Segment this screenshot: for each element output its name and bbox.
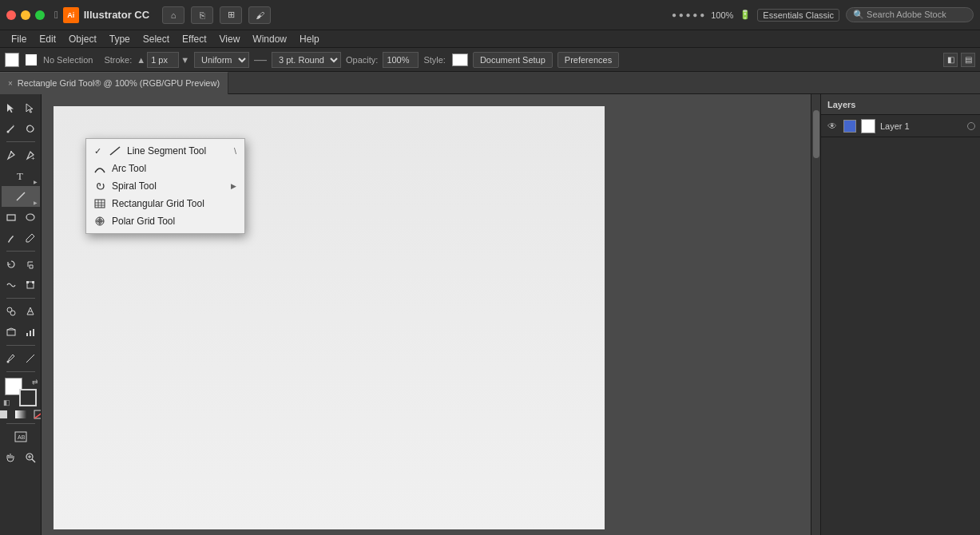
system-status-icons: ● ● ● ● ●	[672, 10, 704, 19]
home-icon-btn[interactable]: ⌂	[162, 6, 184, 24]
rectangle-tool-btn[interactable]	[2, 207, 21, 228]
line-tool-arrow: ▶	[34, 200, 38, 205]
live-paint-btn[interactable]	[21, 301, 40, 322]
dropdown-item-rect-grid[interactable]: Rectangular Grid Tool	[86, 195, 244, 212]
tab-close-btn[interactable]: ×	[8, 79, 13, 88]
selection-tool-btn[interactable]	[2, 97, 21, 118]
pt-round-select[interactable]: 3 pt. Round	[272, 52, 341, 68]
arrange-btn[interactable]: ⊞	[220, 6, 242, 24]
line-segment-tool-btn[interactable]: ▶	[2, 186, 40, 207]
cloud-sync-btn[interactable]: ⎘	[191, 6, 213, 24]
arrange-right-btn[interactable]: ▤	[961, 53, 975, 67]
canvas-area[interactable]: Line Segment Tool \ Arc Tool Spiral Tool…	[42, 94, 820, 535]
add-anchor-btn[interactable]: +	[21, 145, 40, 165]
layers-panel-header: Layers	[821, 94, 980, 115]
lasso-tool-btn[interactable]	[21, 118, 40, 139]
svg-rect-33	[95, 200, 105, 208]
stroke-up-btn[interactable]: ▲	[137, 55, 145, 65]
system-apple-icon[interactable]: 	[54, 9, 58, 21]
dropdown-item-spiral[interactable]: Spiral Tool ▶	[86, 177, 244, 195]
perspective-row	[2, 322, 40, 343]
eyedropper-btn[interactable]	[2, 348, 21, 369]
rotate-btn[interactable]	[2, 254, 21, 275]
menu-view[interactable]: View	[213, 30, 247, 48]
shape-builder-btn[interactable]	[2, 301, 21, 322]
swap-colors-icon[interactable]: ⇄	[32, 378, 38, 386]
special-tools-row	[2, 301, 40, 322]
data-chart-btn[interactable]	[21, 322, 40, 343]
stroke-swatch[interactable]	[19, 389, 37, 406]
menu-type[interactable]: Type	[103, 30, 137, 48]
menu-help[interactable]: Help	[293, 30, 326, 48]
minimize-window-button[interactable]	[21, 10, 30, 20]
menu-edit[interactable]: Edit	[33, 30, 62, 48]
free-transform-btn[interactable]	[21, 275, 40, 295]
search-bar[interactable]: 🔍 Search Adobe Stock	[846, 7, 974, 22]
maximize-window-button[interactable]	[35, 10, 45, 20]
measure-btn[interactable]	[21, 348, 40, 369]
scrollbar-thumb[interactable]	[813, 110, 819, 158]
left-toolbar: + T ▶ ▶	[0, 94, 42, 535]
svg-text:T: T	[17, 170, 23, 181]
battery-icon: 🔋	[740, 10, 751, 20]
dropdown-item-line-segment[interactable]: Line Segment Tool \	[86, 142, 244, 160]
document-setup-btn[interactable]: Document Setup	[473, 52, 553, 68]
artboard-tool-btn[interactable]: AB	[2, 426, 40, 447]
dropdown-item-polar-grid[interactable]: Polar Grid Tool	[86, 212, 244, 230]
none-btn[interactable]	[31, 408, 42, 421]
layer-visibility-btn[interactable]: 👁	[826, 120, 839, 133]
preferences-btn[interactable]: Preferences	[557, 52, 619, 68]
stroke-style-select[interactable]: Uniform	[194, 52, 249, 68]
tool-dropdown-menu: Line Segment Tool \ Arc Tool Spiral Tool…	[85, 138, 245, 234]
default-colors-icon[interactable]: ◧	[3, 398, 10, 406]
hand-tool-btn[interactable]	[2, 447, 21, 468]
menu-window[interactable]: Window	[246, 30, 293, 48]
arrange-left-btn[interactable]: ◧	[943, 53, 958, 67]
menu-object[interactable]: Object	[62, 30, 103, 48]
magic-wand-btn[interactable]	[2, 118, 21, 139]
menu-effect[interactable]: Effect	[176, 30, 212, 48]
svg-rect-10	[32, 281, 34, 283]
shape-tools-row	[2, 207, 40, 228]
zoom-tool-btn[interactable]	[21, 447, 40, 468]
dropdown-item-arc[interactable]: Arc Tool	[86, 160, 244, 177]
brush-btn[interactable]: 🖌	[248, 6, 271, 24]
vertical-scrollbar[interactable]	[811, 94, 820, 535]
scale-btn[interactable]	[21, 254, 40, 275]
menu-select[interactable]: Select	[137, 30, 176, 48]
paintbrush-btn[interactable]	[2, 228, 21, 248]
color-tools: ⇄ ◧	[2, 378, 40, 406]
solid-color-btn[interactable]	[0, 408, 10, 421]
stroke-color-swatch[interactable]	[24, 53, 38, 67]
fill-color-swatch[interactable]	[5, 53, 19, 67]
tab-title: Rectangle Grid Tool® @ 100% (RGB/GPU Pre…	[18, 78, 220, 88]
stroke-down-btn[interactable]: ▼	[181, 55, 189, 65]
layer-name[interactable]: Layer 1	[880, 121, 962, 131]
perspective-grid-btn[interactable]	[2, 322, 21, 343]
toolbar-separator-1	[6, 141, 35, 142]
close-window-button[interactable]	[6, 10, 16, 20]
workspace-label[interactable]: Essentials Classic	[757, 9, 839, 22]
svg-line-25	[34, 410, 42, 418]
type-tool-btn[interactable]: T ▶	[2, 165, 40, 186]
svg-rect-26	[15, 432, 26, 442]
pen-tool-btn[interactable]	[2, 145, 21, 165]
document-tab[interactable]: × Rectangle Grid Tool® @ 100% (RGB/GPU P…	[0, 72, 228, 94]
direct-selection-tool-btn[interactable]	[21, 97, 40, 118]
ellipse-tool-btn[interactable]	[21, 207, 40, 228]
menu-file[interactable]: File	[5, 30, 33, 48]
opacity-input[interactable]	[383, 52, 419, 68]
svg-line-29	[32, 459, 35, 462]
style-swatch[interactable]	[452, 54, 468, 66]
layer-target-btn[interactable]	[967, 122, 975, 130]
warp-btn[interactable]	[2, 275, 21, 295]
gradient-btn[interactable]	[12, 408, 30, 421]
svg-point-1	[6, 131, 9, 133]
right-panel: Layers 👁 Layer 1	[820, 94, 980, 535]
pencil-btn[interactable]	[21, 228, 40, 248]
stroke-input[interactable]	[147, 52, 179, 68]
line-segment-shortcut: \	[234, 146, 236, 156]
options-bar: No Selection Stroke: ▲ ▼ Uniform — 3 pt.…	[0, 48, 980, 72]
app-logo: Ai	[63, 7, 79, 23]
arc-tool-icon	[94, 163, 105, 174]
